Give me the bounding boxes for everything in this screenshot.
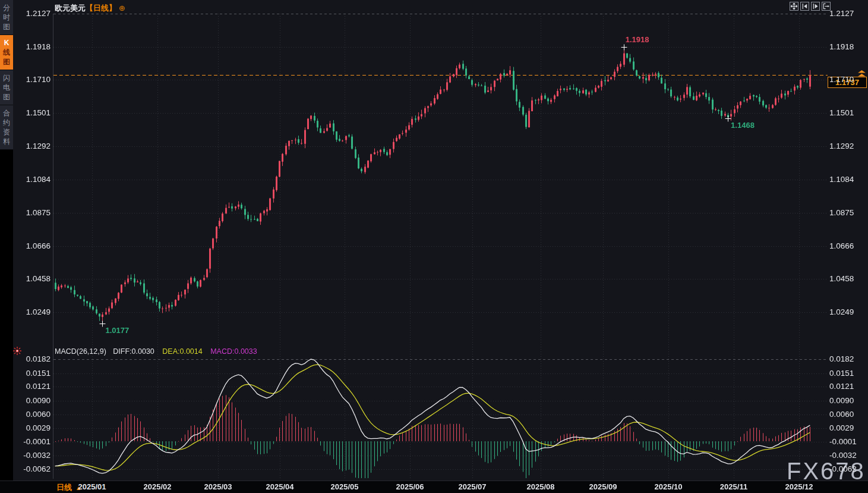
date-label: 2025/08 bbox=[517, 482, 564, 491]
macd-tick-label: 0.0151 bbox=[829, 369, 854, 378]
price-tick-label: 1.0875 bbox=[0, 208, 50, 217]
macd-tick-label: 0.0029 bbox=[829, 423, 854, 432]
macd-diff-value: DIFF:0.0030 bbox=[113, 347, 154, 356]
price-tick-label: 1.0249 bbox=[829, 307, 854, 316]
chart-title: 欧元美元【日线】⊕ bbox=[55, 3, 125, 14]
period-badge: 【日线】 bbox=[86, 4, 116, 12]
price-tick-label: 1.0249 bbox=[0, 307, 50, 316]
price-annotation: 1.1468 bbox=[731, 121, 755, 130]
chart-toolbar bbox=[790, 2, 831, 11]
macd-tick-label: -0.0001 bbox=[829, 437, 857, 446]
price-tick-label: 1.1084 bbox=[0, 175, 50, 184]
macd-tick-label: 0.0182 bbox=[829, 354, 854, 363]
date-label: 2025/01 bbox=[68, 482, 116, 491]
pan-left-icon[interactable] bbox=[800, 2, 809, 11]
macd-dea-value: DEA:0.0014 bbox=[162, 347, 202, 356]
price-tick-label: 1.2127 bbox=[0, 9, 50, 18]
macd-tick-label: -0.0032 bbox=[829, 451, 857, 460]
macd-tick-label: 0.0121 bbox=[0, 382, 50, 391]
date-label: 2025/10 bbox=[645, 482, 692, 491]
date-label: 2025/11 bbox=[710, 482, 757, 491]
price-tick-label: 1.1501 bbox=[829, 108, 854, 117]
price-tick-label: 1.1292 bbox=[0, 142, 50, 150]
price-tick-label: 1.1710 bbox=[829, 75, 854, 84]
circle-plus-icon[interactable]: ⊕ bbox=[119, 4, 125, 12]
date-label: 2025/07 bbox=[449, 482, 496, 491]
price-tick-label: 1.2127 bbox=[829, 9, 854, 18]
date-label: 2025/05 bbox=[321, 482, 368, 491]
macd-tick-label: 0.0090 bbox=[0, 396, 50, 405]
date-label: 2025/02 bbox=[134, 482, 181, 491]
macd-header: MACD(26,12,9) DIFF:0.0030 DEA:0.0014 MAC… bbox=[55, 347, 257, 356]
pan-right-icon[interactable] bbox=[811, 2, 820, 11]
date-label: 2025/09 bbox=[579, 482, 627, 491]
macd-tick-label: 0.0151 bbox=[0, 369, 50, 378]
price-tick-label: 1.0666 bbox=[0, 241, 50, 250]
macd-tick-label: 0.0182 bbox=[0, 354, 50, 363]
macd-macd-value: MACD:0.0033 bbox=[210, 347, 257, 356]
symbol-name: 欧元美元 bbox=[55, 4, 86, 12]
date-label: 2025/03 bbox=[194, 482, 242, 491]
move-tool-icon[interactable] bbox=[790, 2, 798, 11]
price-tick-label: 1.1292 bbox=[829, 142, 854, 150]
macd-tick-label: 0.0090 bbox=[829, 396, 854, 405]
macd-tick-label: 0.0121 bbox=[829, 382, 854, 391]
price-tick-label: 1.1710 bbox=[0, 75, 50, 84]
macd-tick-label: 0.0060 bbox=[0, 410, 50, 419]
price-tick-label: 1.1501 bbox=[0, 108, 50, 117]
price-tick-label: 1.1084 bbox=[829, 175, 854, 184]
sidebar-tab-candle-chart[interactable]: K线图 bbox=[0, 35, 13, 70]
price-tick-label: 1.1918 bbox=[829, 42, 854, 51]
date-label: 2025/06 bbox=[386, 482, 434, 491]
date-label: 2025/12 bbox=[775, 482, 823, 491]
chart-application: 分时图K线图闪电图合约资料 欧元美元【日线】⊕ MACD(26,12,9) DI… bbox=[0, 0, 868, 493]
price-tick-label: 1.0458 bbox=[829, 274, 854, 283]
price-tick-label: 1.1918 bbox=[0, 42, 50, 51]
candlestick-chart[interactable] bbox=[0, 0, 868, 493]
double-up-arrow-icon bbox=[858, 69, 866, 80]
macd-tick-label: 0.0060 bbox=[829, 410, 854, 419]
macd-params-label: MACD(26,12,9) bbox=[55, 347, 106, 356]
macd-tick-label: -0.0062 bbox=[0, 464, 50, 473]
price-annotation: 1.1918 bbox=[626, 35, 649, 44]
macd-tick-label: 0.0029 bbox=[0, 423, 50, 432]
date-label: 2025/04 bbox=[256, 482, 304, 491]
price-tick-label: 1.0458 bbox=[0, 274, 50, 283]
price-tick-label: 1.0875 bbox=[829, 208, 854, 217]
price-tick-label: 1.0666 bbox=[829, 241, 854, 250]
macd-tick-label: -0.0001 bbox=[0, 437, 50, 446]
macd-tick-label: -0.0062 bbox=[829, 464, 857, 473]
macd-tick-label: -0.0032 bbox=[0, 451, 50, 460]
price-annotation: 1.0177 bbox=[105, 326, 129, 335]
